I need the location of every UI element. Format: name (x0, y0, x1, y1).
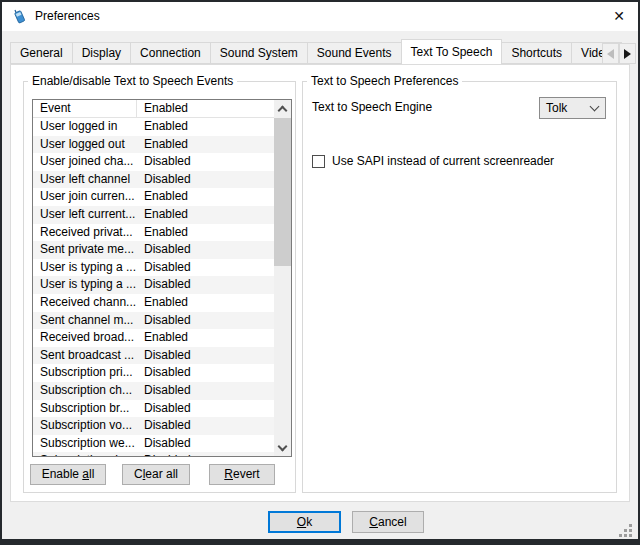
event-list-scrollbar[interactable] (274, 100, 291, 456)
chevron-down-icon (590, 102, 600, 112)
title-bar: Preferences ✕ (2, 2, 638, 31)
chevron-up-icon (278, 106, 288, 116)
preferences-window: Preferences ✕ GeneralDisplayConnectionSo… (0, 0, 640, 545)
event-list[interactable]: Event Enabled User logged inEnabledUser … (32, 99, 292, 457)
event-status-cell: Disabled (137, 171, 274, 189)
event-row[interactable]: User logged outEnabled (33, 136, 274, 154)
event-status-cell: Disabled (137, 241, 274, 259)
tab-general[interactable]: General (10, 42, 73, 64)
event-row[interactable]: User joined cha...Disabled (33, 153, 274, 171)
scrollbar-thumb[interactable] (274, 118, 291, 266)
group-tts-preferences: Text to Speech Preferences Text to Speec… (302, 81, 617, 493)
event-name-cell: User is typing a ... (33, 259, 137, 277)
event-name-cell: Received privat... (33, 224, 137, 242)
event-name-cell: Subscription we... (33, 435, 137, 453)
event-row[interactable]: Subscription vo...Disabled (33, 417, 274, 435)
event-row[interactable]: User logged inEnabled (33, 118, 274, 136)
event-row[interactable]: User is typing a ...Disabled (33, 276, 274, 294)
sapi-option: Use SAPI instead of current screenreader (312, 152, 554, 170)
event-status-cell: Disabled (137, 400, 274, 418)
tab-scroll-right-button[interactable] (619, 43, 636, 64)
event-status-cell: Disabled (137, 259, 274, 277)
tab-sound-system[interactable]: Sound System (210, 42, 308, 64)
tab-page-text-to-speech: Enable/disable Text to Speech Events Eve… (10, 64, 630, 502)
event-row[interactable]: Subscription pri...Disabled (33, 364, 274, 382)
tab-scrollers (602, 43, 636, 64)
event-name-cell: Received chann... (33, 294, 137, 312)
event-status-cell: Enabled (137, 188, 274, 206)
event-name-cell: User left current... (33, 206, 137, 224)
event-row[interactable]: User is typing a ...Disabled (33, 259, 274, 277)
event-status-cell: Disabled (137, 435, 274, 453)
event-status-cell: Enabled (137, 224, 274, 242)
engine-selected-value: Tolk (540, 101, 591, 115)
event-name-cell: Sent channel m... (33, 312, 137, 330)
event-status-cell: Disabled (137, 364, 274, 382)
event-row[interactable]: Received chann...Enabled (33, 294, 274, 312)
event-row[interactable]: Subscription ch...Disabled (33, 452, 274, 456)
tab-scroll-left-icon (607, 49, 614, 59)
event-status-cell: Disabled (137, 312, 274, 330)
event-row[interactable]: User left channelDisabled (33, 171, 274, 189)
clear-all-button[interactable]: Clear all (122, 464, 190, 485)
engine-select[interactable]: Tolk (539, 97, 606, 119)
event-list-header[interactable]: Event Enabled (33, 100, 274, 118)
event-row[interactable]: Sent private me...Disabled (33, 241, 274, 259)
event-name-cell: Subscription pri... (33, 364, 137, 382)
event-name-cell: Subscription vo... (33, 417, 137, 435)
cancel-button[interactable]: Cancel (352, 511, 424, 533)
tab-connection[interactable]: Connection (130, 42, 211, 64)
sapi-checkbox-label: Use SAPI instead of current screenreader (332, 154, 554, 168)
event-status-cell: Disabled (137, 276, 274, 294)
tab-text-to-speech[interactable]: Text To Speech (401, 39, 503, 64)
event-status-cell: Disabled (137, 347, 274, 365)
tab-scroll-left-button[interactable] (602, 43, 619, 64)
tab-scroll-right-icon (624, 49, 631, 59)
tab-display[interactable]: Display (72, 42, 131, 64)
close-icon: ✕ (613, 8, 625, 24)
event-row[interactable]: Subscription we...Disabled (33, 435, 274, 453)
scroll-up-button[interactable] (274, 100, 291, 117)
column-header-event[interactable]: Event (33, 100, 137, 117)
app-icon (11, 8, 28, 25)
event-name-cell: Subscription ch... (33, 452, 137, 456)
revert-button[interactable]: Revert (209, 464, 275, 485)
group-tts-events-title: Enable/disable Text to Speech Events (28, 74, 237, 88)
event-name-cell: Subscription ch... (33, 382, 137, 400)
resize-grip-icon[interactable] (617, 524, 633, 537)
event-status-cell: Disabled (137, 452, 274, 456)
scroll-down-button[interactable] (274, 439, 291, 456)
event-row[interactable]: Sent channel m...Disabled (33, 312, 274, 330)
window-client: Preferences ✕ GeneralDisplayConnectionSo… (2, 2, 638, 539)
column-header-enabled[interactable]: Enabled (137, 100, 274, 117)
event-name-cell: Subscription br... (33, 400, 137, 418)
window-title: Preferences (35, 2, 100, 31)
event-status-cell: Enabled (137, 118, 274, 136)
event-name-cell: User logged in (33, 118, 137, 136)
event-status-cell: Disabled (137, 382, 274, 400)
group-tts-preferences-title: Text to Speech Preferences (307, 74, 462, 88)
chevron-down-icon (278, 441, 288, 451)
event-name-cell: User joined cha... (33, 153, 137, 171)
event-row[interactable]: Sent broadcast ...Disabled (33, 347, 274, 365)
tab-sound-events[interactable]: Sound Events (307, 42, 402, 64)
event-row[interactable]: User left current...Enabled (33, 206, 274, 224)
event-row[interactable]: Subscription ch...Disabled (33, 382, 274, 400)
ok-button[interactable]: Ok (268, 511, 341, 533)
engine-label: Text to Speech Engine (312, 96, 432, 118)
event-name-cell: User is typing a ... (33, 276, 137, 294)
sapi-checkbox[interactable] (312, 155, 325, 168)
tab-shortcuts[interactable]: Shortcuts (501, 42, 572, 64)
event-name-cell: User logged out (33, 136, 137, 154)
event-row[interactable]: Received privat...Enabled (33, 224, 274, 242)
event-name-cell: Sent broadcast ... (33, 347, 137, 365)
event-row[interactable]: Received broad...Enabled (33, 329, 274, 347)
event-status-cell: Enabled (137, 329, 274, 347)
enable-all-button[interactable]: Enable all (30, 464, 106, 485)
event-name-cell: Received broad... (33, 329, 137, 347)
event-row[interactable]: Subscription br...Disabled (33, 400, 274, 418)
event-status-cell: Enabled (137, 294, 274, 312)
event-list-rows: User logged inEnabledUser logged outEnab… (33, 118, 274, 456)
close-button[interactable]: ✕ (602, 2, 636, 31)
event-row[interactable]: User join curren...Enabled (33, 188, 274, 206)
